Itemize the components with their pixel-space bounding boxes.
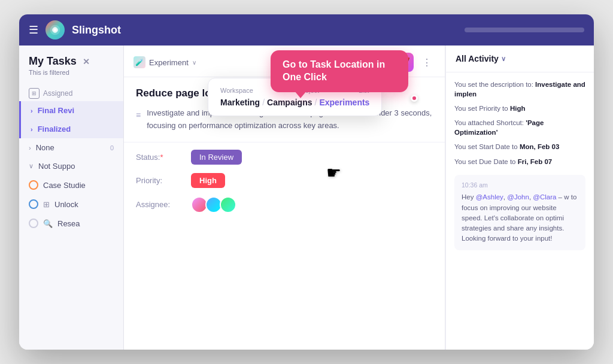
sidebar-item-case-studies[interactable]: Case Studie: [19, 175, 123, 195]
activity-item-shortcut: You attached Shortcut: 'Page Optimizatio…: [454, 118, 585, 137]
activity-text: You set Start Date to Mon, Feb 03: [454, 143, 559, 150]
activity-item-due-date: You set Due Date to Fri, Feb 07: [454, 157, 585, 166]
activity-header: All Activity ∨: [446, 46, 594, 72]
assignee-field-row: Assignee:: [136, 196, 433, 213]
task-status-icon-2: [29, 199, 38, 209]
chevron-right-icon-2: ›: [31, 126, 33, 133]
app-logo: [45, 20, 65, 40]
activity-value: Fri, Feb 07: [518, 158, 553, 165]
activity-value: Investigate and implen: [454, 81, 585, 98]
list-value[interactable]: Experiments: [319, 98, 369, 107]
sidebar-item-label: Finalized: [38, 125, 71, 134]
experiment-icon: 🧪: [133, 56, 145, 68]
mention-ashley: @Ashley: [476, 193, 503, 201]
sidebar-item-icon-table: ⊞: [43, 200, 50, 209]
sidebar-item-research[interactable]: 🔍 Resea: [19, 214, 123, 233]
task-status-icon-3: [29, 219, 38, 228]
sidebar-item-unlock[interactable]: ⊞ Unlock: [19, 195, 123, 214]
cursor-hand-pointer: ☛: [326, 163, 341, 183]
assignee-avatars[interactable]: [191, 196, 236, 213]
close-filter-icon[interactable]: ✕: [83, 57, 90, 66]
top-nav: ☰ Slingshot: [19, 14, 594, 46]
page-title: My Tasks ✕: [29, 55, 114, 68]
chevron-right-icon-3: ›: [29, 144, 31, 151]
main-content: My Tasks ✕ This is filtered ⊞ Assigned ›…: [19, 46, 594, 350]
activity-text: You set Priority to High: [454, 105, 525, 112]
workspace-bc-label: Workspace: [220, 87, 253, 94]
workspace-value[interactable]: Marketing: [220, 98, 260, 107]
activity-text: You attached Shortcut: 'Page Optimizatio…: [454, 119, 544, 136]
activity-value: 'Page Optimization': [454, 119, 544, 136]
breadcrumb-values: Marketing / Campaigns / Experiments: [220, 98, 369, 107]
sidebar-header: My Tasks ✕ This is filtered: [19, 55, 123, 83]
activity-panel: All Activity ∨ You set the description t…: [445, 46, 594, 350]
sidebar-section-assigned: ⊞ Assigned: [19, 83, 123, 101]
chevron-down-icon: ∨: [29, 162, 34, 170]
filter-subtitle: This is filtered: [29, 69, 114, 76]
activity-text: You set Due Date to Fri, Feb 07: [454, 158, 552, 165]
priority-label: Priority:: [136, 176, 184, 185]
mention-clara: @Clara: [533, 193, 556, 201]
activity-item-description: You set the description to: Investigate …: [454, 80, 585, 99]
experiment-chevron-icon: ∨: [192, 59, 196, 66]
status-field-row: Status:* In Review: [136, 150, 433, 165]
activity-title: All Activity ∨: [456, 54, 506, 63]
task-panel: 🧪 Experiment ∨ 🚀 ⋮ Reduce page load time…: [124, 46, 445, 350]
sidebar-item-label: Final Revi: [38, 106, 74, 115]
chevron-right-icon: ›: [31, 107, 33, 114]
message-text: Hey @Ashley, @John, @Clara – w to focus …: [462, 192, 578, 244]
activity-item-start-date: You set Start Date to Mon, Feb 03: [454, 142, 585, 151]
sidebar-item-label: Resea: [57, 219, 80, 228]
experiment-badge[interactable]: 🧪 Experiment ∨: [133, 56, 196, 68]
activity-item-priority: You set Priority to High: [454, 104, 585, 113]
task-fields: Status:* In Review Priority: High Assign…: [124, 142, 445, 220]
activity-message: 10:36 am Hey @Ashley, @John, @Clara – w …: [454, 175, 585, 250]
none-count: 0: [110, 144, 114, 151]
hamburger-icon[interactable]: ☰: [29, 23, 38, 37]
project-value[interactable]: Campaigns: [267, 98, 312, 107]
sidebar-item-label: Not Suppo: [38, 162, 75, 171]
mention-john: @John: [507, 193, 529, 201]
assigned-section-icon: ⊞: [29, 88, 40, 99]
sidebar-item-label: Case Studie: [43, 181, 86, 190]
more-options-button[interactable]: ⋮: [418, 54, 435, 71]
activity-value: High: [510, 105, 526, 112]
callout-bubble: Go to Task Location in One Click: [271, 50, 408, 92]
assignee-label: Assignee:: [136, 200, 184, 209]
activity-chevron-icon: ∨: [501, 55, 506, 63]
description-icon: ≡: [136, 108, 141, 132]
task-status-icon: [29, 180, 38, 190]
message-time: 10:36 am: [462, 181, 578, 190]
svg-point-1: [54, 29, 57, 32]
experiment-label: Experiment: [149, 58, 189, 67]
priority-badge[interactable]: High: [191, 173, 225, 188]
priority-field-row: Priority: High: [136, 173, 433, 188]
separator-2: /: [314, 98, 317, 107]
separator-1: /: [262, 98, 265, 107]
sidebar: My Tasks ✕ This is filtered ⊞ Assigned ›…: [19, 46, 124, 350]
sidebar-item-label: None: [36, 143, 54, 152]
sidebar-item-not-supp[interactable]: ∨ Not Suppo: [19, 157, 123, 175]
callout-text: Go to Task Location in One Click: [283, 59, 385, 82]
app-window: ☰ Slingshot My Tasks ✕ This is filtered: [19, 14, 594, 350]
sidebar-item-label: Unlock: [54, 200, 78, 209]
sidebar-item-finalized[interactable]: › Finalized: [19, 120, 123, 138]
activity-value: Mon, Feb 03: [520, 143, 559, 150]
activity-text: You set the description to: Investigate …: [454, 81, 585, 98]
nav-bar-decoration: [465, 28, 584, 32]
sidebar-item-none[interactable]: › None 0: [19, 138, 123, 157]
status-label: Status:*: [136, 153, 184, 162]
status-badge[interactable]: In Review: [191, 150, 242, 165]
activity-title-text: All Activity: [456, 54, 499, 63]
activity-list: You set the description to: Investigate …: [446, 72, 594, 257]
avatar-3: [220, 196, 236, 213]
app-title: Slingshot: [72, 24, 121, 37]
sidebar-item-final-revi[interactable]: › Final Revi: [19, 101, 123, 120]
sidebar-item-icon-search: 🔍: [43, 219, 53, 228]
